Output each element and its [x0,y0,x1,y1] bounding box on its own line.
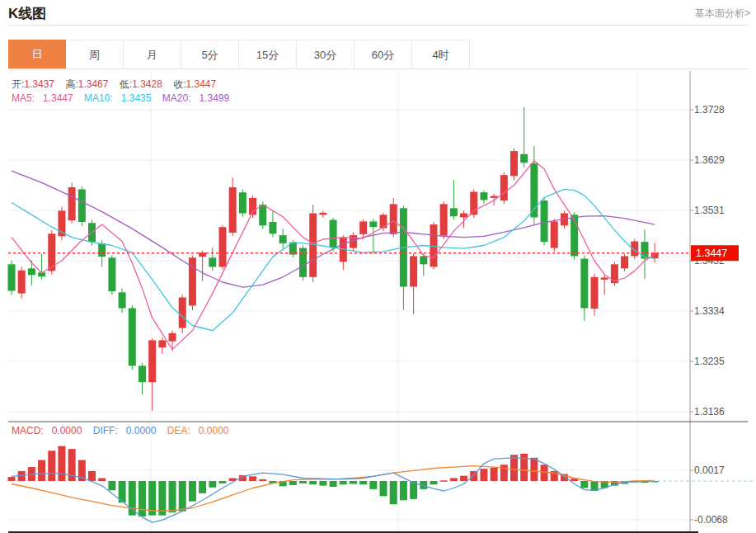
macd-bar [380,481,387,496]
macd-value: 0.0000 [52,425,82,436]
macd-bar [129,481,136,516]
axis-label: 0.0017 [694,465,725,476]
tab-月[interactable]: 月 [124,40,181,68]
ma10-label: MA10: [84,92,113,104]
ma20-label: MA20: [162,92,191,104]
macd-bar [38,460,45,481]
macd-bar [98,478,106,481]
macd-bar [400,481,407,500]
title-divider [8,25,748,26]
macd-bar [179,481,186,512]
low-value: 1.3428 [132,78,162,90]
macd-bar [330,481,337,487]
macd-bar [319,481,326,486]
candle [410,256,417,286]
macd-bar [350,481,357,484]
current-price-badge: 1.3447 [691,245,739,261]
candle [218,227,226,266]
candle [551,221,558,248]
candle [440,204,448,235]
candle [491,196,498,197]
ma10-value: 1.3435 [121,92,152,104]
candle [8,264,16,290]
candle [580,259,588,309]
fundamental-analysis-link[interactable]: 基本面分析> [695,7,750,21]
macd-bar [491,468,498,481]
macd-bar [218,481,226,483]
macd-label: MACD: [12,425,44,436]
macd-bar [480,469,487,481]
tab-日[interactable]: 日 [8,40,66,68]
candle [28,268,35,275]
candles-group [8,107,659,411]
diff-value: 0.0000 [126,425,157,436]
candle [139,366,146,382]
candle [450,208,458,216]
tab-周[interactable]: 周 [66,40,124,68]
candle [330,220,337,248]
tab-4时[interactable]: 4时 [412,40,470,68]
tab-15分[interactable]: 15分 [239,40,297,68]
dea-value: 0.0000 [199,425,229,436]
candle [480,192,487,200]
candle [158,340,166,347]
tab-60分[interactable]: 60分 [355,40,412,68]
macd-bar [249,476,256,481]
badge-text: 1.3447 [696,248,727,259]
candle [420,256,427,264]
diff-line [12,458,655,522]
candle [500,175,508,200]
axis-label: 1.3629 [694,154,725,166]
candle [129,308,136,366]
candle [269,222,276,233]
axis-label: 1.3728 [694,104,725,116]
chart-area: 1.37281.36291.35311.34321.33341.32351.31… [0,71,756,533]
high-label: 高: [65,78,77,90]
candle [369,221,377,227]
axis-label: 1.3531 [694,205,725,216]
macd-bar [500,465,508,481]
kline-chart-canvas[interactable]: 1.37281.36291.35311.34321.33341.32351.31… [0,71,756,533]
ma20-value: 1.3499 [199,92,229,104]
macd-bar [58,446,65,481]
macd-readout: MACD:0.0000 DIFF:0.0000 DEA:0.0000 [3,425,228,436]
ma-readout: MA5:1.3447 MA10:1.3435 MA20:1.3499 [3,92,229,104]
macd-bar [450,478,458,481]
close-label: 收: [173,78,185,90]
low-label: 低: [120,78,132,90]
tab-5分[interactable]: 5分 [181,40,239,68]
candle [319,213,326,215]
ohlc-readout: 开:1.3437 高:1.3467 低:1.3428 收:1.3447 [3,78,216,92]
axis-label: 1.3334 [694,305,725,317]
macd-bar [510,455,518,481]
macd-bar [309,481,317,484]
candle [460,214,467,218]
open-value: 1.3437 [24,78,54,90]
macd-bar [541,465,548,481]
macd-bar [440,480,448,482]
diff-label: DIFF: [93,425,118,436]
candle [601,277,608,279]
candle [78,189,86,222]
macd-bar [108,481,115,490]
high-value: 1.3467 [78,78,109,90]
macd-bar [530,458,538,481]
macd-bar [340,481,347,484]
candle [591,277,599,309]
tab-30分[interactable]: 30分 [297,40,355,68]
candle [108,257,115,291]
macd-bar [390,481,397,504]
close-value: 1.3447 [186,78,217,90]
candle [209,257,216,266]
candle [259,205,266,225]
macd-bar [8,477,16,481]
axis-label: -0.0068 [694,514,728,526]
candle [510,151,518,176]
macd-bar [88,471,96,481]
candle [299,248,307,277]
candle [390,204,397,233]
macd-bar [460,476,467,481]
period-tabs: 日周月5分15分30分60分4时 [8,40,748,69]
candle [541,200,548,242]
ma5-label: MA5: [12,92,35,104]
